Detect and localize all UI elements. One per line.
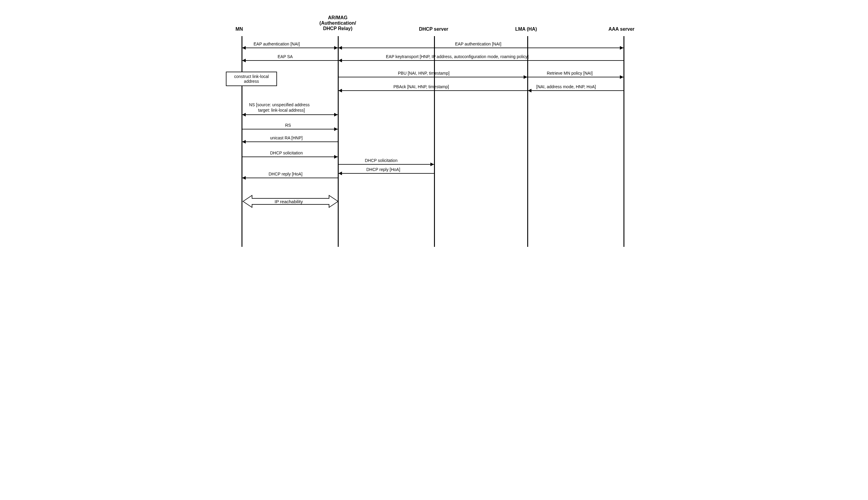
- arrowhead-eap-auth-aaa-r: [620, 46, 623, 50]
- armag-line3: DHCP Relay): [317, 26, 359, 31]
- arrowhead-eap-auth-aaa-l: [338, 46, 342, 50]
- arrow-eap-auth-aaa: [339, 47, 623, 48]
- arrowhead-nai-address: [528, 89, 531, 92]
- arrowhead-eap-auth-mn-r: [334, 46, 338, 50]
- msg-pback: PBAck [NAI, HNP, timestamp]: [394, 84, 449, 89]
- arrowhead-ns-r: [334, 113, 338, 116]
- arrow-dhcp-sol-ar: [339, 164, 434, 164]
- arrowhead-ns-l: [242, 113, 246, 116]
- arrow-nai-address: [528, 90, 623, 91]
- msg-eap-keytransport: EAP keytransport [HNP, IP address, autoc…: [386, 54, 529, 59]
- participant-armag: AR/MAG (Authentication/ DHCP Relay): [317, 15, 359, 31]
- msg-pbu: PBU [NAI, HNP, timestamp]: [398, 71, 450, 76]
- arrowhead-dhcp-reply-ar: [338, 172, 342, 175]
- lifeline-lma: [527, 36, 528, 247]
- msg-ip-reachability: IP reachability: [274, 199, 303, 204]
- arrow-dhcp-sol-mn: [243, 157, 338, 157]
- arrow-eap-keytransport: [339, 60, 623, 61]
- participant-aaa: AAA server: [608, 26, 635, 32]
- arrowhead-retrieve-policy: [620, 75, 623, 79]
- arrowhead-eap-keytransport: [338, 59, 342, 62]
- arrow-retrieve-policy: [528, 77, 623, 77]
- msg-nai-address: [NAI, address mode, HNP, HoA]: [536, 84, 596, 89]
- arrowhead-dhcp-sol-ar: [430, 162, 434, 166]
- msg-ns-line1: NS [source: unspecified address: [249, 102, 310, 107]
- arrow-eap-sa: [243, 60, 338, 61]
- msg-dhcp-reply-ar: DHCP reply [HoA]: [366, 167, 400, 172]
- lifeline-armag: [338, 36, 339, 247]
- note-link-local-line1: construct link-local: [230, 74, 273, 79]
- note-link-local-line2: address: [230, 79, 273, 84]
- arrowhead-eap-sa: [242, 59, 246, 62]
- arrowhead-dhcp-reply-mn: [242, 176, 246, 180]
- arrowhead-ra: [242, 140, 246, 144]
- participant-dhcp: DHCP server: [419, 26, 448, 32]
- arrow-ns: [243, 114, 338, 115]
- msg-dhcp-sol-mn: DHCP solicitation: [270, 150, 303, 155]
- arrow-pback: [339, 90, 527, 91]
- arrow-rs: [243, 129, 338, 129]
- participant-mn: MN: [235, 26, 243, 32]
- arrowhead-pbu: [524, 75, 527, 79]
- arrow-ra: [243, 141, 338, 142]
- arrow-dhcp-reply-mn: [243, 178, 338, 178]
- msg-eap-auth-mn: EAP authentication [NAI]: [254, 42, 300, 46]
- arrowhead-pback: [338, 89, 342, 92]
- arrow-dhcp-reply-ar: [339, 173, 434, 174]
- msg-rs: RS: [285, 123, 291, 128]
- msg-dhcp-sol-ar: DHCP solicitation: [365, 158, 398, 163]
- note-link-local: construct link-local address: [226, 72, 277, 86]
- armag-line1: AR/MAG: [317, 15, 359, 21]
- armag-line2: (Authentication/: [317, 21, 359, 26]
- participant-lma: LMA (HA): [515, 26, 537, 32]
- arrowhead-eap-auth-mn-l: [242, 46, 246, 50]
- msg-dhcp-reply-mn: DHCP reply [HoA]: [269, 172, 303, 177]
- msg-eap-sa: EAP SA: [278, 54, 293, 59]
- msg-ra: unicast RA [HNP]: [270, 135, 303, 140]
- msg-eap-auth-aaa: EAP authentication [NAI]: [455, 42, 501, 46]
- arrowhead-rs: [334, 127, 338, 131]
- lifeline-dhcp: [434, 36, 435, 247]
- msg-retrieve-policy: Retrieve MN policy [NAI]: [547, 71, 593, 76]
- lifeline-aaa: [623, 36, 624, 247]
- arrow-pbu: [339, 77, 527, 77]
- sequence-diagram: MN AR/MAG (Authentication/ DHCP Relay) D…: [223, 12, 645, 253]
- msg-ns-line2: target: link-local address]: [258, 108, 305, 113]
- arrow-eap-auth-mn: [243, 47, 338, 48]
- arrowhead-dhcp-sol-mn: [334, 155, 338, 159]
